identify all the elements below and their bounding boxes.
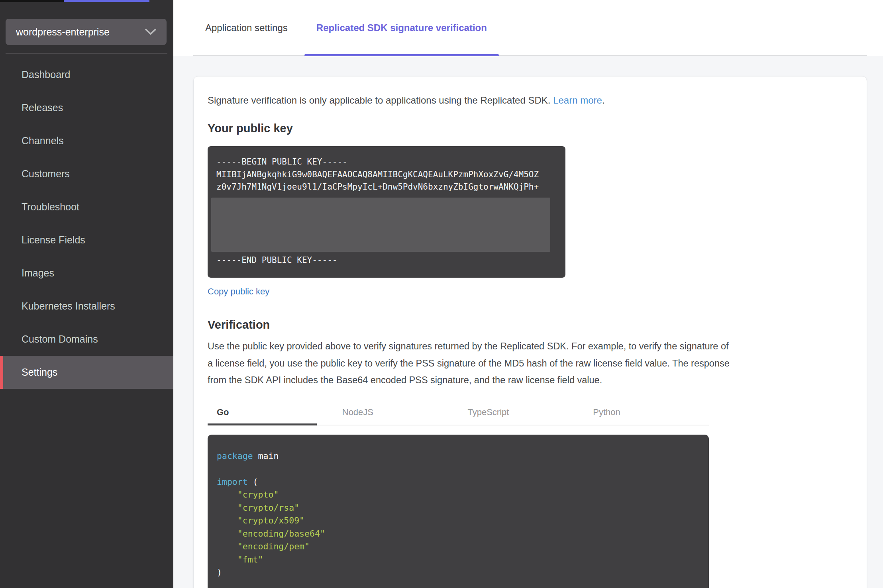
sidebar-divider [6,53,167,54]
code-line: import ( [217,476,709,489]
public-key-heading: Your public key [208,122,853,135]
app-selector-dropdown[interactable]: wordpress-enterprise [6,19,167,45]
chevron-down-icon [144,28,157,36]
sidebar-item-kubernetes-installers[interactable]: Kubernetes Installers [0,290,173,323]
lang-tab-python[interactable]: Python [583,400,709,425]
public-key-line: -----END PUBLIC KEY----- [216,254,557,267]
intro-sentence: Signature verification is only applicabl… [208,95,551,106]
code-line: "crypto" [217,488,709,502]
main-content: Application settingsReplicated SDK signa… [173,0,883,588]
sidebar-item-releases[interactable]: Releases [0,91,173,124]
sidebar: wordpress-enterprise DashboardReleasesCh… [0,0,173,588]
sidebar-item-images[interactable]: Images [0,257,173,290]
sidebar-nav: DashboardReleasesChannelsCustomersTroubl… [0,58,173,389]
sidebar-item-customers[interactable]: Customers [0,157,173,190]
intro-period: . [602,95,605,106]
code-line [217,463,709,476]
lang-tab-go[interactable]: Go [208,400,333,425]
top-bar-dark-segment [0,0,64,2]
code-line: "crypto/rsa" [217,502,709,515]
sidebar-item-license-fields[interactable]: License Fields [0,223,173,257]
top-bar-progress-segment [64,0,149,2]
tab-replicated-sdk-signature-verification[interactable]: Replicated SDK signature verification [304,0,499,55]
code-line: "encoding/base64" [217,527,709,541]
sidebar-item-custom-domains[interactable]: Custom Domains [0,323,173,356]
sidebar-item-channels[interactable]: Channels [0,124,173,157]
language-tabs: GoNodeJSTypeScriptPython [208,400,709,425]
public-key-block: -----BEGIN PUBLIC KEY-----MIIBIjANBgkqhk… [208,146,565,278]
public-key-redacted-region [211,198,550,252]
sidebar-item-dashboard[interactable]: Dashboard [0,58,173,91]
tabs-strip: Application settingsReplicated SDK signa… [173,0,883,56]
learn-more-link[interactable]: Learn more [553,95,602,106]
sidebar-item-troubleshoot[interactable]: Troubleshoot [0,190,173,223]
copy-public-key-link[interactable]: Copy public key [208,286,269,297]
public-key-line: MIIBIjANBgkqhkiG9w0BAQEFAAOCAQ8AMIIBCgKC… [216,169,557,181]
code-sample-block: package main import ( "crypto" "crypto/r… [208,435,709,588]
public-key-line: z0v7Jh7M1NgV1joeu9l1/IaCPsMpyIcL+Dnw5Pdv… [216,181,557,194]
intro-text: Signature verification is only applicabl… [208,95,853,106]
verification-paragraph: Use the public key provided above to ver… [208,338,730,389]
app-selector-label: wordpress-enterprise [16,26,110,38]
sidebar-item-settings[interactable]: Settings [0,356,173,389]
lang-tab-typescript[interactable]: TypeScript [458,400,584,425]
code-line: "crypto/x509" [217,514,709,527]
tab-application-settings[interactable]: Application settings [193,0,300,55]
code-line: "encoding/pem" [217,540,709,553]
main-tabs: Application settingsReplicated SDK signa… [193,0,867,56]
settings-card: Signature verification is only applicabl… [193,76,867,588]
code-line: package main [217,450,709,463]
verification-heading: Verification [208,318,853,331]
public-key-line: -----BEGIN PUBLIC KEY----- [216,156,557,169]
code-line: "fmt" [217,553,709,566]
lang-tab-nodejs[interactable]: NodeJS [333,400,458,425]
code-line: ) [217,566,709,579]
